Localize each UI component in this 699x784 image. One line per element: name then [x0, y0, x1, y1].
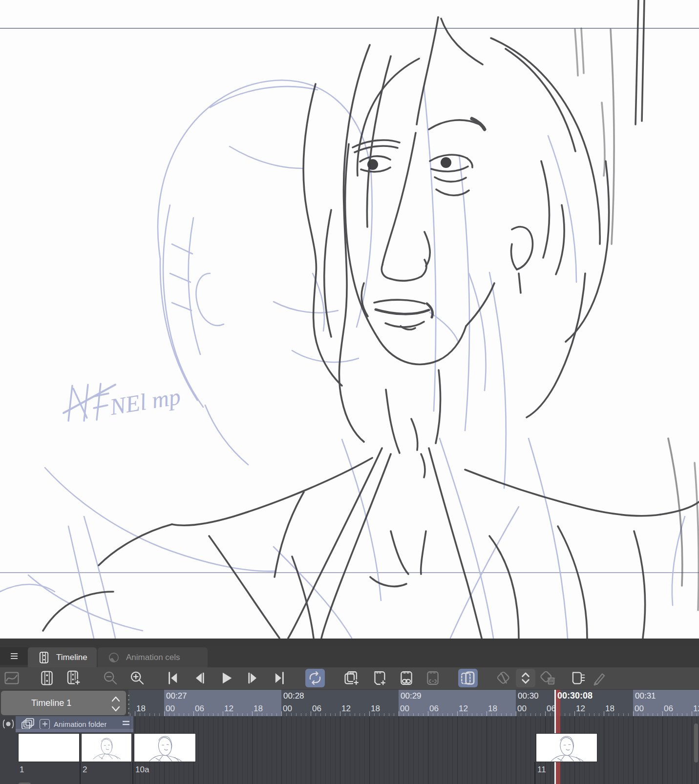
track-gridline — [203, 716, 204, 784]
skip-start-button[interactable] — [163, 669, 182, 687]
new-animation-cel-button[interactable] — [369, 669, 389, 687]
cel-thumbnail-1[interactable] — [18, 733, 80, 762]
remove-cel-spec-button[interactable] — [423, 669, 443, 687]
folder-menu-icon[interactable] — [122, 720, 130, 728]
track-gridline — [257, 716, 257, 784]
track-gridline — [487, 716, 487, 784]
zoom-out-button[interactable] — [101, 669, 120, 687]
play-button[interactable] — [216, 669, 236, 687]
flip-pages-button[interactable] — [567, 669, 586, 687]
track-gridline — [428, 716, 428, 784]
ruler-tick — [193, 711, 194, 716]
cel-order-chevrons-icon — [517, 670, 534, 686]
track-gridline — [350, 716, 350, 784]
ruler-tick — [692, 711, 692, 716]
hamburger-icon — [8, 650, 20, 662]
timeline-selector-chevrons[interactable] — [110, 694, 121, 716]
track-gridline — [672, 716, 673, 784]
vertical-scrollbar[interactable] — [694, 723, 698, 763]
skip-start-icon — [164, 670, 181, 686]
cel-thumbnail-10a[interactable] — [134, 733, 196, 762]
timeline-selector[interactable]: Timeline 1 — [1, 691, 126, 715]
tab-timeline[interactable]: Timeline — [28, 647, 97, 667]
cel-separator — [80, 762, 81, 784]
timeline-palette-button[interactable] — [37, 669, 57, 687]
track-gridline — [443, 716, 443, 784]
new-animation-folder-button[interactable] — [342, 669, 361, 687]
specify-cel-button[interactable] — [397, 669, 416, 687]
onion-settings-button[interactable] — [494, 669, 513, 687]
frame-number-label: 06 — [664, 704, 673, 714]
track-gridline — [614, 716, 614, 784]
new-animation-folder-icon — [343, 670, 360, 686]
ruler-tick — [399, 711, 399, 716]
ruler-tick — [135, 711, 135, 716]
onion-skin-icon — [460, 670, 476, 686]
track-gridline — [653, 716, 653, 784]
cel-label-2: 2 — [83, 765, 87, 775]
track-gridline — [218, 716, 218, 784]
next-frame-button[interactable] — [243, 669, 263, 687]
track-gridline — [491, 716, 492, 784]
skip-end-button[interactable] — [270, 669, 290, 687]
timeline-selector-label: Timeline 1 — [31, 698, 71, 708]
frame-number-label: 00 — [400, 704, 409, 714]
frame-number-label: 06 — [195, 704, 204, 714]
tab-label: Timeline — [56, 653, 87, 662]
tab-animation-cels[interactable]: Animation cels — [98, 647, 208, 667]
zoom-in-button[interactable] — [127, 669, 147, 687]
cel-order-chevrons-button[interactable] — [516, 669, 535, 687]
sketch-drawing: NEl mp — [0, 0, 699, 639]
track-area[interactable]: Animation folder 1210a11 — [0, 716, 699, 784]
canvas-annotation: NEl mp — [107, 383, 182, 420]
new-timeline-button[interactable] — [64, 669, 84, 687]
track-gridline — [237, 716, 238, 784]
loop-playback-icon — [307, 670, 323, 686]
canvas-area[interactable]: NEl mp — [0, 0, 699, 639]
track-gridline — [267, 716, 267, 784]
prev-frame-button[interactable] — [190, 669, 209, 687]
track-gridline — [335, 716, 336, 784]
track-gridline — [477, 716, 477, 784]
layer-visibility-eye-icon[interactable] — [2, 719, 15, 729]
timeline-ruler[interactable]: 00:2700:2800:2900:3000:31180006121800061… — [128, 690, 699, 716]
delete-cel-button[interactable] — [538, 669, 558, 687]
cel-thumbnail-11[interactable] — [536, 733, 597, 762]
edit-cel-pencil-button[interactable] — [590, 669, 610, 687]
track-gridline — [374, 716, 375, 784]
track-gridline — [423, 716, 424, 784]
track-gridline — [496, 716, 497, 784]
track-gridline — [384, 716, 384, 784]
track-gridline — [677, 716, 678, 784]
timecode-label: 00:31 — [635, 691, 656, 701]
track-gridline — [462, 716, 463, 784]
frame-number-label: 00 — [166, 704, 175, 714]
cel-thumbnail-2[interactable] — [81, 733, 132, 762]
track-gridline — [330, 716, 331, 784]
track-gridline — [692, 716, 692, 784]
delete-cel-icon — [540, 670, 556, 686]
onion-skin-button[interactable] — [458, 669, 478, 687]
track-gridline — [604, 716, 604, 784]
panel-menu-button[interactable] — [0, 647, 28, 665]
animation-folder-label: Animation folder — [54, 720, 106, 728]
panel-splitter-handle[interactable] — [128, 695, 129, 714]
panel-top-strip — [0, 639, 699, 647]
track-gridline — [687, 716, 687, 784]
track-gridline — [223, 716, 223, 784]
curve-graph-button[interactable] — [2, 669, 21, 687]
track-gridline — [667, 716, 668, 784]
new-cel-plus-button[interactable] — [40, 719, 50, 729]
track-gridline — [438, 716, 438, 784]
track-gridline — [413, 716, 414, 784]
track-gridline — [296, 716, 297, 784]
loop-playback-button[interactable] — [305, 669, 325, 687]
frame-number-label: 12 — [459, 704, 468, 714]
track-gridline — [638, 716, 638, 784]
track-gridline — [252, 716, 253, 784]
timecode-label: 00:30 — [518, 691, 539, 701]
track-gridline — [281, 716, 282, 784]
track-gridline — [242, 716, 243, 784]
frame-number-label: 18 — [371, 704, 380, 714]
ruler-tick — [662, 711, 663, 716]
